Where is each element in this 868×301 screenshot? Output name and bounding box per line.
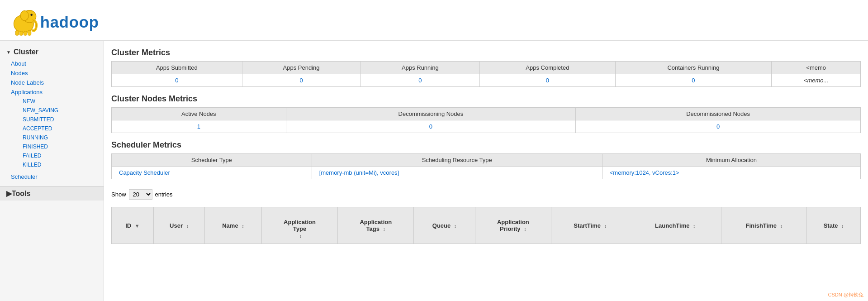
minimum-allocation-header: Minimum Allocation (602, 154, 860, 167)
minimum-allocation-value: <memory:1024, vCores:1> (602, 167, 860, 179)
decommissioned-nodes-header: Decommissioned Nodes (576, 108, 861, 120)
svg-rect-5 (19, 31, 23, 35)
extra-header: <memo (772, 62, 861, 74)
decommissioning-nodes-header: Decommissioning Nodes (286, 108, 576, 120)
app-tags-col-label: ApplicationTags (360, 219, 392, 232)
cluster-section: ▼ Cluster About Nodes Node Labels Applic… (0, 45, 104, 182)
apps-completed-value[interactable]: 0 (480, 74, 615, 87)
app-tags-col-header[interactable]: ApplicationTags ↕ (338, 207, 414, 244)
start-time-col-header[interactable]: StartTime ↕ (551, 207, 629, 244)
extra-value: <memo... (772, 74, 861, 87)
sidebar-item-failed[interactable]: FAILED (6, 151, 104, 160)
sidebar-item-new[interactable]: NEW (6, 97, 104, 106)
name-sort-arrow: ↕ (242, 223, 244, 229)
tools-section: ▶ Tools (0, 186, 104, 201)
decommissioning-nodes-value[interactable]: 0 (286, 120, 576, 133)
cluster-section-title[interactable]: ▼ Cluster (0, 45, 104, 59)
name-col-header[interactable]: Name ↕ (205, 207, 262, 244)
apps-pending-header: Apps Pending (242, 62, 360, 74)
entries-select[interactable]: 10 20 25 50 100 (129, 189, 152, 200)
tools-label: Tools (12, 190, 30, 198)
start-time-sort-arrow: ↕ (604, 223, 607, 229)
app-tags-sort-arrow: ↕ (383, 226, 386, 232)
launch-time-sort-arrow: ↕ (693, 223, 696, 229)
tools-section-title[interactable]: ▶ Tools (0, 186, 104, 201)
launch-time-col-header[interactable]: LaunchTime ↕ (629, 207, 721, 244)
cluster-nodes-metrics-table: Active Nodes Decommissioning Nodes Decom… (111, 107, 861, 133)
app-type-sort-arrow: ↕ (299, 233, 302, 239)
cluster-metrics-table: Apps Submitted Apps Pending Apps Running… (111, 61, 861, 87)
cluster-arrow: ▼ (6, 50, 11, 55)
scheduler-type-header: Scheduler Type (112, 154, 312, 167)
sidebar-item-node-labels[interactable]: Node Labels (0, 78, 104, 87)
app-priority-col-header[interactable]: ApplicationPriority ↕ (475, 207, 551, 244)
apps-running-header: Apps Running (360, 62, 480, 74)
cluster-nodes-metrics-title: Cluster Nodes Metrics (111, 94, 861, 104)
svg-rect-4 (15, 30, 19, 35)
sidebar-item-finished[interactable]: FINISHED (6, 142, 104, 151)
apps-running-value[interactable]: 0 (360, 74, 480, 87)
apps-submitted-header: Apps Submitted (112, 62, 242, 74)
active-nodes-header: Active Nodes (112, 108, 286, 120)
queue-col-label: Queue (432, 222, 451, 229)
sidebar-item-new-saving[interactable]: NEW_SAVING (6, 106, 104, 115)
logo-area: hadoop (7, 5, 98, 36)
scheduler-metrics-table: Scheduler Type Scheduling Resource Type … (111, 153, 861, 179)
sidebar-item-accepted[interactable]: ACCEPTED (6, 124, 104, 133)
svg-rect-7 (28, 30, 31, 35)
sidebar-item-scheduler[interactable]: Scheduler (0, 172, 104, 182)
scheduler-metrics-title: Scheduler Metrics (111, 140, 861, 150)
show-entries-bar: Show 10 20 25 50 100 entries (111, 186, 861, 202)
apps-pending-value[interactable]: 0 (242, 74, 360, 87)
apps-submitted-value[interactable]: 0 (112, 74, 242, 87)
sidebar-item-killed[interactable]: KILLED (6, 160, 104, 169)
state-sort-arrow: ↕ (841, 223, 844, 229)
finish-time-col-header[interactable]: FinishTime ↕ (721, 207, 807, 244)
sidebar-item-submitted[interactable]: SUBMITTED (6, 115, 104, 124)
app-type-col-label: ApplicationType (284, 219, 316, 232)
applications-submenu: NEW NEW_SAVING SUBMITTED ACCEPTED RUNNIN… (0, 97, 104, 169)
active-nodes-value[interactable]: 1 (112, 120, 286, 133)
svg-text:hadoop: hadoop (40, 13, 98, 30)
sidebar-item-applications[interactable]: Applications (0, 87, 104, 97)
id-sort-arrow: ▼ (135, 223, 140, 229)
app-type-col-header[interactable]: ApplicationType ↕ (261, 207, 337, 244)
entries-label: entries (155, 191, 173, 198)
user-sort-arrow: ↕ (186, 223, 189, 229)
svg-point-3 (20, 10, 28, 20)
svg-point-2 (30, 14, 33, 16)
user-col-header[interactable]: User ↕ (154, 207, 205, 244)
show-label: Show (111, 191, 126, 198)
sidebar-item-running[interactable]: RUNNING (6, 133, 104, 142)
state-col-label: State (824, 222, 838, 229)
id-col-label: ID (125, 222, 131, 229)
scheduling-resource-type-value: [memory-mb (unit=Mi), vcores] (312, 167, 602, 179)
layout: ▼ Cluster About Nodes Node Labels Applic… (0, 41, 868, 301)
tools-arrow: ▶ (6, 189, 12, 198)
scheduler-type-value: Capacity Scheduler (112, 167, 312, 179)
name-col-label: Name (222, 222, 238, 229)
sidebar-item-nodes[interactable]: Nodes (0, 68, 104, 78)
sidebar-item-about[interactable]: About (0, 59, 104, 68)
app-priority-sort-arrow: ↕ (524, 226, 526, 232)
main-content: Cluster Metrics Apps Submitted Apps Pend… (104, 41, 868, 301)
applications-table: ID ▼ User ↕ Name ↕ ApplicationType ↕ (111, 207, 861, 244)
containers-running-value[interactable]: 0 (615, 74, 772, 87)
finish-time-col-label: FinishTime (746, 222, 777, 229)
cluster-label: Cluster (14, 48, 38, 56)
queue-sort-arrow: ↕ (454, 223, 457, 229)
scheduling-resource-type-header: Scheduling Resource Type (312, 154, 602, 167)
decommissioned-nodes-value[interactable]: 0 (576, 120, 861, 133)
cluster-metrics-title: Cluster Metrics (111, 48, 861, 57)
header: hadoop (0, 0, 868, 41)
launch-time-col-label: LaunchTime (655, 222, 689, 229)
finish-time-sort-arrow: ↕ (780, 223, 783, 229)
user-col-label: User (170, 222, 183, 229)
sidebar: ▼ Cluster About Nodes Node Labels Applic… (0, 41, 104, 301)
state-col-header[interactable]: State ↕ (807, 207, 861, 244)
start-time-col-label: StartTime (574, 222, 601, 229)
apps-completed-header: Apps Completed (480, 62, 615, 74)
svg-rect-6 (24, 31, 27, 35)
queue-col-header[interactable]: Queue ↕ (414, 207, 475, 244)
id-col-header[interactable]: ID ▼ (112, 207, 154, 244)
